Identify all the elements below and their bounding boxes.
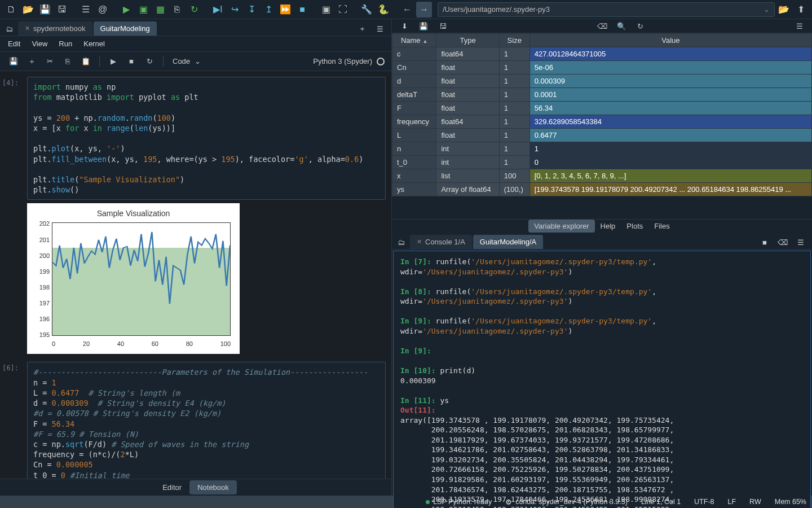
stop-kernel-icon[interactable]: ■: [758, 235, 771, 249]
tab-guitarmodeling[interactable]: GuitarModeling: [94, 21, 157, 36]
continue-icon[interactable]: ⏩: [277, 2, 293, 17]
at-icon[interactable]: @: [95, 2, 111, 17]
tab-spydernotebook[interactable]: ✕ spydernotebook: [18, 21, 92, 36]
status-mode[interactable]: RW: [749, 498, 761, 506]
nb-paste-icon[interactable]: 📋: [79, 55, 92, 68]
save-icon[interactable]: 💾: [37, 2, 53, 17]
nb-save-icon[interactable]: 💾: [7, 55, 20, 68]
notebook-body[interactable]: [4]: import numpy as np from matplotlib …: [0, 71, 391, 479]
stop-debug-icon[interactable]: ■: [294, 2, 310, 17]
cell-code[interactable]: import numpy as np from matplotlib impor…: [27, 77, 386, 200]
varexp-row[interactable]: Ffloat156.34: [392, 102, 812, 115]
close-icon[interactable]: ✕: [25, 25, 30, 32]
menu-kernel[interactable]: Kernel: [83, 40, 105, 48]
status-cursor[interactable]: Line 1, Col 1: [641, 498, 681, 506]
code-cell[interactable]: [4]: import numpy as np from matplotlib …: [27, 77, 386, 354]
tab-menu-icon[interactable]: ☰: [373, 22, 387, 36]
save-data-icon[interactable]: 💾: [417, 19, 430, 33]
nb-run-icon[interactable]: ▶: [107, 55, 120, 68]
code-cell[interactable]: [6]: #---------------------------Paramet…: [27, 362, 386, 479]
run-cell-icon[interactable]: ▣: [135, 2, 151, 17]
chart-title: Sample Visualization: [30, 207, 236, 220]
nb-stop-icon[interactable]: ■: [125, 55, 138, 68]
col-size[interactable]: Size: [499, 34, 529, 47]
open-file-icon[interactable]: 📂: [20, 2, 36, 17]
varexp-table[interactable]: Name▲ Type Size Value cfloat641427.00128…: [392, 33, 812, 196]
parent-dir-icon[interactable]: ⬆: [793, 2, 809, 17]
python-path-icon[interactable]: 🐍: [376, 2, 391, 17]
cell-code[interactable]: #---------------------------Parameters o…: [27, 362, 386, 479]
run-selection-icon[interactable]: ⎘: [169, 2, 185, 17]
col-name[interactable]: Name▲: [392, 34, 436, 47]
console-tab-2[interactable]: GuitarModeling/A: [473, 235, 543, 249]
pane-tab-files[interactable]: Files: [648, 220, 675, 233]
menu-edit[interactable]: Edit: [8, 40, 20, 48]
col-type[interactable]: Type: [436, 34, 499, 47]
rerun-icon[interactable]: ↻: [186, 2, 202, 17]
right-pane-tabs: Variable explorer Help Plots Files: [392, 220, 812, 233]
col-value[interactable]: Value: [529, 34, 811, 47]
clear-console-icon[interactable]: ⌫: [776, 235, 789, 249]
cell-output-plot: Sample Visualization 202201 200199 19819…: [27, 203, 240, 354]
varexp-row[interactable]: ysArray of float64(100,)[199.3743578 199…: [392, 183, 812, 196]
save-all-icon[interactable]: 🖫: [54, 2, 70, 17]
search-icon[interactable]: 🔍: [615, 19, 628, 33]
nb-add-cell-icon[interactable]: ＋: [25, 55, 38, 68]
step-into-icon[interactable]: ↧: [244, 2, 259, 17]
dropdown-icon[interactable]: ⌄: [764, 5, 770, 14]
step-over-icon[interactable]: ↪: [227, 2, 242, 17]
nb-copy-icon[interactable]: ⎘: [61, 55, 74, 68]
chart-axes: [52, 222, 231, 336]
menu-run[interactable]: Run: [59, 40, 72, 48]
preferences-icon[interactable]: 🔧: [359, 2, 374, 17]
debug-icon[interactable]: ▶Ⅰ: [210, 2, 226, 17]
working-dir-field[interactable]: /Users/juanitagomez/.spyder-py3 ⌄: [438, 2, 775, 17]
browse-dir-icon[interactable]: 📂: [776, 2, 792, 17]
console-tab-1[interactable]: ✕ Console 1/A: [410, 235, 472, 249]
refresh-icon[interactable]: ↻: [634, 19, 647, 33]
varexp-row[interactable]: nint11: [392, 142, 812, 156]
nb-restart-icon[interactable]: ↻: [143, 55, 156, 68]
run-icon[interactable]: ▶: [118, 2, 134, 17]
menu-view[interactable]: View: [32, 40, 47, 48]
options-icon[interactable]: ☰: [793, 19, 806, 33]
run-cell-advance-icon[interactable]: ▦: [152, 2, 168, 17]
varexp-row[interactable]: xlist100[0, 1, 2, 3, 4, 5, 6, 7, 8, 9, .…: [392, 169, 812, 183]
console-output[interactable]: In [7]: runfile('/Users/juanitagomez/.sp…: [393, 251, 811, 508]
console-menu-icon[interactable]: ☰: [794, 235, 807, 249]
forward-icon[interactable]: →: [416, 2, 432, 17]
status-eol[interactable]: LF: [728, 498, 736, 506]
console-tab-row: 🗂 ✕ Console 1/A GuitarModeling/A ■ ⌫ ☰: [392, 233, 812, 249]
erase-icon[interactable]: ⌫: [595, 19, 609, 33]
status-mem[interactable]: Mem 65%: [775, 498, 806, 506]
browse-tabs-icon[interactable]: 🗂: [394, 235, 408, 249]
back-icon[interactable]: ←: [399, 2, 415, 17]
pane-tab-plots[interactable]: Plots: [621, 220, 648, 233]
pane-tab-varexp[interactable]: Variable explorer: [528, 220, 594, 233]
step-out-icon[interactable]: ↥: [261, 2, 276, 17]
bottom-tab-notebook[interactable]: Notebook: [189, 480, 237, 494]
varexp-row[interactable]: t_0int10: [392, 156, 812, 169]
fullscreen-icon[interactable]: ⛶: [335, 2, 351, 17]
import-data-icon[interactable]: ⬇: [398, 19, 411, 33]
varexp-row[interactable]: dfloat10.000309: [392, 75, 812, 88]
pane-tab-help[interactable]: Help: [595, 220, 621, 233]
new-file-icon[interactable]: 🗋: [3, 2, 19, 17]
status-conda[interactable]: ⚙ conda: spyder_dev-4 (Python 3.9.5): [505, 498, 628, 506]
cell-type-select[interactable]: Code ⌄: [170, 56, 203, 67]
bottom-tab-editor[interactable]: Editor: [155, 480, 189, 494]
varexp-row[interactable]: deltaTfloat10.0001: [392, 88, 812, 102]
varexp-row[interactable]: cfloat641427.00128464371005: [392, 47, 812, 61]
status-lsp[interactable]: LSP Python: ready: [426, 498, 492, 506]
close-icon[interactable]: ✕: [417, 238, 422, 246]
outline-icon[interactable]: ☰: [78, 2, 94, 17]
status-encoding[interactable]: UTF-8: [694, 498, 714, 506]
maximize-pane-icon[interactable]: ▣: [318, 2, 334, 17]
varexp-row[interactable]: frequencyfloat641329.6289058543384: [392, 115, 812, 129]
varexp-row[interactable]: Cnfloat15e-06: [392, 61, 812, 75]
browse-tabs-icon[interactable]: 🗂: [2, 22, 16, 36]
nb-cut-icon[interactable]: ✂: [43, 55, 56, 68]
new-tab-icon[interactable]: ＋: [355, 22, 369, 36]
varexp-row[interactable]: Lfloat10.6477: [392, 129, 812, 142]
save-as-icon[interactable]: 🖫: [436, 19, 449, 33]
